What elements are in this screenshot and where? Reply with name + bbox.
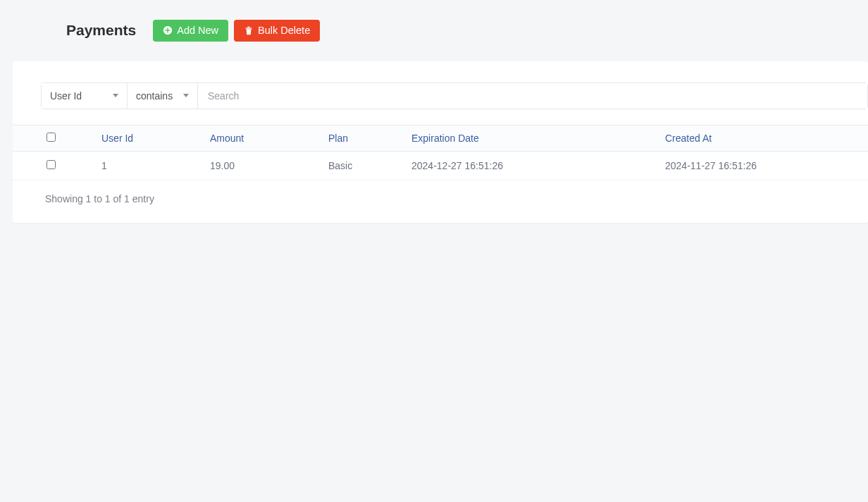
row-select-cell xyxy=(13,151,96,180)
filter-field-select[interactable]: User Id xyxy=(42,83,128,109)
bulk-delete-button[interactable]: Bulk Delete xyxy=(234,20,320,42)
add-new-label: Add New xyxy=(177,25,218,36)
content-card: User Id contains User Id Amount Plan Exp… xyxy=(13,61,868,223)
svg-rect-3 xyxy=(246,28,252,29)
filter-field-value: User Id xyxy=(50,90,82,102)
column-expiration[interactable]: Expiration Date xyxy=(406,125,659,151)
header-actions: Add New Bulk Delete xyxy=(153,20,320,42)
column-plan[interactable]: Plan xyxy=(323,125,406,151)
column-created[interactable]: Created At xyxy=(659,125,868,151)
column-user-id[interactable]: User Id xyxy=(96,125,204,151)
cell-expiration: 2024-12-27 16:51:26 xyxy=(406,151,659,180)
table-row[interactable]: 1 19.00 Basic 2024-12-27 16:51:26 2024-1… xyxy=(13,151,868,180)
table-header-row: User Id Amount Plan Expiration Date Crea… xyxy=(13,125,868,151)
payments-table: User Id Amount Plan Expiration Date Crea… xyxy=(13,125,868,180)
cell-created: 2024-11-27 16:51:26 xyxy=(659,151,868,180)
filter-bar: User Id contains xyxy=(41,82,868,109)
select-all-checkbox[interactable] xyxy=(46,133,56,142)
filter-operator-value: contains xyxy=(136,90,173,102)
plus-circle-icon xyxy=(163,25,173,35)
cell-plan: Basic xyxy=(323,151,406,180)
search-input[interactable] xyxy=(198,83,867,109)
bulk-delete-label: Bulk Delete xyxy=(258,25,310,36)
chevron-down-icon xyxy=(113,94,118,97)
svg-rect-4 xyxy=(247,27,250,27)
table-footer-info: Showing 1 to 1 of 1 entry xyxy=(13,180,868,223)
select-all-header xyxy=(13,125,96,151)
cell-amount: 19.00 xyxy=(204,151,323,180)
page-header: Payments Add New Bulk Delete xyxy=(0,0,868,61)
column-amount[interactable]: Amount xyxy=(204,125,323,151)
add-new-button[interactable]: Add New xyxy=(153,20,228,42)
svg-rect-2 xyxy=(166,30,170,31)
filter-operator-select[interactable]: contains xyxy=(128,83,198,109)
row-checkbox[interactable] xyxy=(46,160,56,169)
trash-icon xyxy=(244,25,254,35)
chevron-down-icon xyxy=(183,94,189,97)
page-title: Payments xyxy=(66,22,136,39)
cell-user-id: 1 xyxy=(96,151,204,180)
